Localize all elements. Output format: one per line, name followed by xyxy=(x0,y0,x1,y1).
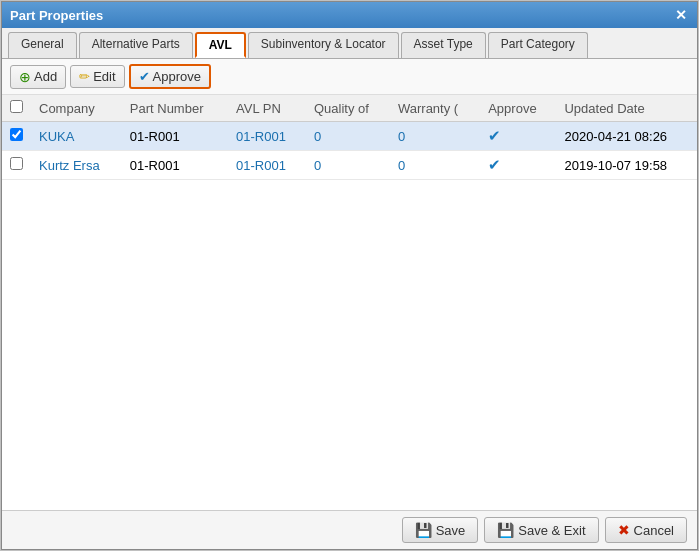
approved-checkmark-icon: ✔ xyxy=(488,156,501,173)
row-avl-pn: 01-R001 xyxy=(228,151,306,180)
company-link[interactable]: KUKA xyxy=(39,129,74,144)
save-exit-button[interactable]: 💾 Save & Exit xyxy=(484,517,598,543)
col-header-warranty: Warranty ( xyxy=(390,95,480,122)
row-checkbox-cell xyxy=(2,122,31,151)
add-icon: ⊕ xyxy=(19,69,31,85)
cancel-label: Cancel xyxy=(634,523,674,538)
row-part-number: 01-R001 xyxy=(122,151,228,180)
row-checkbox[interactable] xyxy=(10,128,23,141)
select-all-checkbox[interactable] xyxy=(10,100,23,113)
col-header-approve: Approve xyxy=(480,95,556,122)
approved-checkmark-icon: ✔ xyxy=(488,127,501,144)
edit-icon: ✏ xyxy=(79,69,90,84)
row-checkbox-cell xyxy=(2,151,31,180)
row-warranty: 0 xyxy=(390,151,480,180)
dialog-title-bar: Part Properties ✕ xyxy=(2,2,697,28)
approve-button[interactable]: ✔ Approve xyxy=(129,64,211,89)
save-label: Save xyxy=(436,523,466,538)
close-button[interactable]: ✕ xyxy=(673,7,689,23)
edit-label: Edit xyxy=(93,69,115,84)
row-approved: ✔ xyxy=(480,151,556,180)
edit-button[interactable]: ✏ Edit xyxy=(70,65,124,88)
row-avl-pn: 01-R001 xyxy=(228,122,306,151)
tab-general[interactable]: General xyxy=(8,32,77,58)
tab-bar: General Alternative Parts AVL Subinvento… xyxy=(2,28,697,59)
row-company: Kurtz Ersa xyxy=(31,151,122,180)
avl-toolbar: ⊕ Add ✏ Edit ✔ Approve xyxy=(2,59,697,95)
avl-table: Company Part Number AVL PN Quality of Wa… xyxy=(2,95,697,180)
row-part-number: 01-R001 xyxy=(122,122,228,151)
company-link[interactable]: Kurtz Ersa xyxy=(39,158,100,173)
save-icon: 💾 xyxy=(415,522,432,538)
dialog-footer: 💾 Save 💾 Save & Exit ✖ Cancel xyxy=(2,510,697,549)
tab-alternative-parts[interactable]: Alternative Parts xyxy=(79,32,193,58)
col-header-updated-date: Updated Date xyxy=(556,95,697,122)
avl-table-body: KUKA01-R00101-R00100✔2020-04-21 08:26Kur… xyxy=(2,122,697,180)
table-header-row: Company Part Number AVL PN Quality of Wa… xyxy=(2,95,697,122)
table-row: Kurtz Ersa01-R00101-R00100✔2019-10-07 19… xyxy=(2,151,697,180)
cancel-button[interactable]: ✖ Cancel xyxy=(605,517,687,543)
col-header-company: Company xyxy=(31,95,122,122)
save-button[interactable]: 💾 Save xyxy=(402,517,479,543)
col-header-checkbox xyxy=(2,95,31,122)
row-updated-date: 2019-10-07 19:58 xyxy=(556,151,697,180)
approve-label: Approve xyxy=(153,69,201,84)
tab-part-category[interactable]: Part Category xyxy=(488,32,588,58)
cancel-icon: ✖ xyxy=(618,522,630,538)
add-label: Add xyxy=(34,69,57,84)
row-quality: 0 xyxy=(306,151,390,180)
row-company: KUKA xyxy=(31,122,122,151)
row-approved: ✔ xyxy=(480,122,556,151)
table-row: KUKA01-R00101-R00100✔2020-04-21 08:26 xyxy=(2,122,697,151)
row-checkbox[interactable] xyxy=(10,157,23,170)
approve-icon: ✔ xyxy=(139,69,150,84)
col-header-avl-pn: AVL PN xyxy=(228,95,306,122)
row-warranty: 0 xyxy=(390,122,480,151)
save-exit-label: Save & Exit xyxy=(518,523,585,538)
col-header-quality: Quality of xyxy=(306,95,390,122)
save-exit-icon: 💾 xyxy=(497,522,514,538)
add-button[interactable]: ⊕ Add xyxy=(10,65,66,89)
tab-asset-type[interactable]: Asset Type xyxy=(401,32,486,58)
row-quality: 0 xyxy=(306,122,390,151)
dialog-title: Part Properties xyxy=(10,8,103,23)
col-header-part-number: Part Number xyxy=(122,95,228,122)
avl-content: Company Part Number AVL PN Quality of Wa… xyxy=(2,95,697,510)
tab-subinventory-locator[interactable]: Subinventory & Locator xyxy=(248,32,399,58)
tab-avl[interactable]: AVL xyxy=(195,32,246,58)
row-updated-date: 2020-04-21 08:26 xyxy=(556,122,697,151)
part-properties-dialog: Part Properties ✕ General Alternative Pa… xyxy=(1,1,698,550)
